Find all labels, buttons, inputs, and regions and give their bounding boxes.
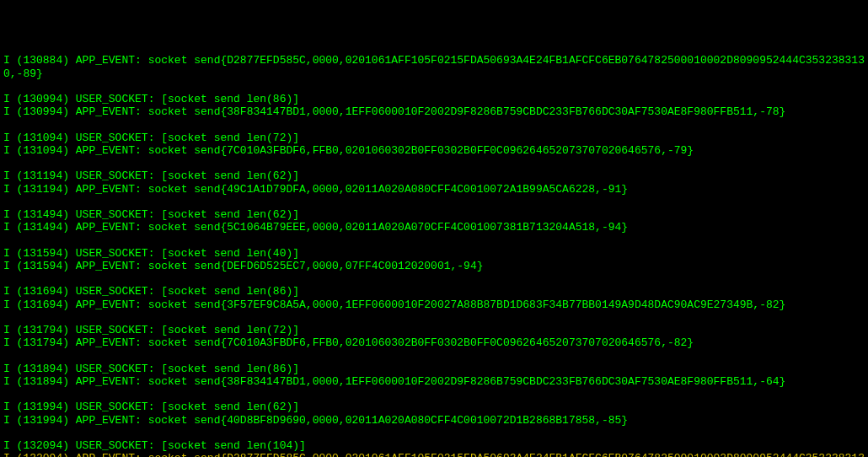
log-line: I (131494) USER_SOCKET: [socket send len… <box>3 208 865 221</box>
log-line: I (131194) APP_EVENT: socket send{49C1A1… <box>3 183 865 196</box>
log-blank-line <box>3 234 865 247</box>
log-line: I (130884) APP_EVENT: socket send{D2877E… <box>3 54 865 80</box>
log-line: I (131594) USER_SOCKET: [socket send len… <box>3 247 865 260</box>
log-line: I (131794) APP_EVENT: socket send{7C010A… <box>3 336 865 349</box>
log-blank-line <box>3 119 865 132</box>
log-line: I (130994) USER_SOCKET: [socket send len… <box>3 93 865 105</box>
log-line: I (131694) APP_EVENT: socket send{3F57EF… <box>3 298 865 311</box>
log-blank-line <box>3 80 865 93</box>
log-line: I (131594) APP_EVENT: socket send{DEFD6D… <box>3 260 865 272</box>
log-line: I (131694) USER_SOCKET: [socket send len… <box>3 285 865 298</box>
log-line: I (132094) USER_SOCKET: [socket send len… <box>3 439 865 452</box>
log-blank-line <box>3 157 865 169</box>
log-line: I (131794) USER_SOCKET: [socket send len… <box>3 324 865 336</box>
log-line: I (131994) APP_EVENT: socket send{40D8BF… <box>3 414 865 427</box>
log-line: I (131894) USER_SOCKET: [socket send len… <box>3 363 865 375</box>
log-blank-line <box>3 427 865 439</box>
log-blank-line <box>3 196 865 208</box>
log-blank-line <box>3 311 865 324</box>
log-line: I (131494) APP_EVENT: socket send{5C1064… <box>3 221 865 234</box>
log-blank-line <box>3 350 865 363</box>
terminal-output[interactable]: I (130884) APP_EVENT: socket send{D2877E… <box>3 54 865 457</box>
log-line: I (131894) APP_EVENT: socket send{38F834… <box>3 375 865 388</box>
log-line: I (131994) USER_SOCKET: [socket send len… <box>3 401 865 413</box>
log-blank-line <box>3 272 865 285</box>
log-blank-line <box>3 388 865 401</box>
log-line: I (130994) APP_EVENT: socket send{38F834… <box>3 105 865 118</box>
log-line: I (131194) USER_SOCKET: [socket send len… <box>3 169 865 182</box>
log-line: I (132094) APP_EVENT: socket send{D2877E… <box>3 452 865 457</box>
log-line: I (131094) APP_EVENT: socket send{7C010A… <box>3 144 865 157</box>
log-line: I (131094) USER_SOCKET: [socket send len… <box>3 132 865 144</box>
